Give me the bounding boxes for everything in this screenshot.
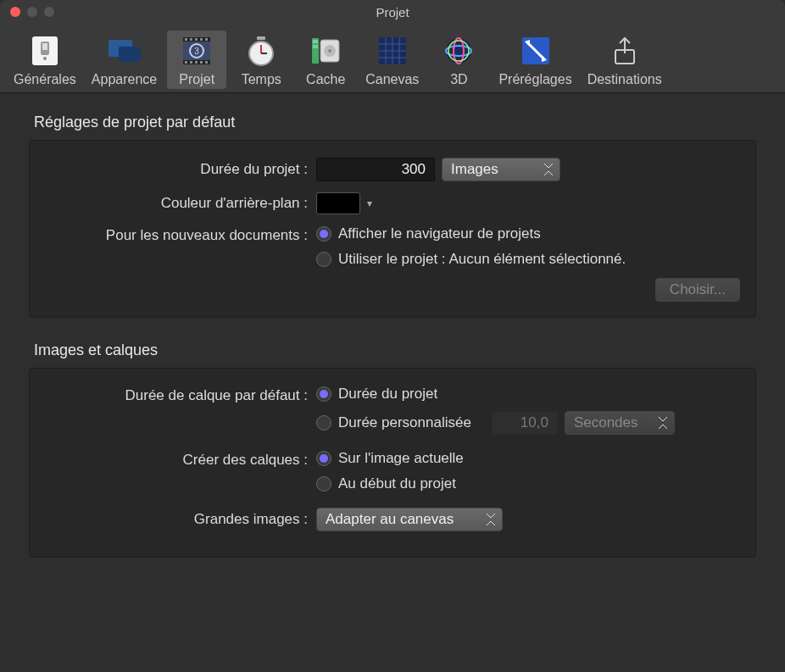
tab-label: Temps xyxy=(242,72,281,87)
label-background-color: Couleur d'arrière-plan : xyxy=(45,195,316,212)
svg-point-30 xyxy=(328,49,331,53)
choose-project-button[interactable]: Choisir... xyxy=(655,278,740,302)
label-new-documents: Pour les nouveaux documents : xyxy=(45,225,316,244)
label-project-duration: Durée du projet : xyxy=(45,161,316,178)
tab-project[interactable]: 3 Projet xyxy=(167,31,226,89)
radio-label-show-browser: Afficher le navigateur de projets xyxy=(338,225,541,242)
svg-rect-26 xyxy=(313,40,318,43)
layer-custom-unit-select[interactable]: Secondes xyxy=(565,411,675,435)
titlebar: Projet xyxy=(0,0,785,24)
tab-label: Apparence xyxy=(92,72,157,87)
radio-use-project[interactable] xyxy=(316,252,331,267)
tab-label: Canevas xyxy=(365,72,419,87)
tab-appearance[interactable]: Apparence xyxy=(86,31,162,89)
preferences-toolbar: Générales Apparence 3 Projet Temps Cache… xyxy=(0,24,785,93)
background-color-swatch[interactable] xyxy=(316,192,360,214)
chevron-down-icon[interactable]: ▾ xyxy=(367,197,372,209)
svg-rect-12 xyxy=(200,38,203,41)
svg-rect-18 xyxy=(205,61,208,64)
svg-rect-2 xyxy=(42,43,47,50)
tab-label: 3D xyxy=(450,72,467,87)
tab-destinations[interactable]: Destinations xyxy=(582,31,667,89)
radio-show-browser[interactable] xyxy=(316,226,331,242)
general-icon xyxy=(26,32,64,69)
radio-label-create-current: Sur l'image actuelle xyxy=(338,450,464,467)
svg-rect-13 xyxy=(205,38,208,41)
radio-create-start[interactable] xyxy=(316,476,331,492)
radio-create-current-frame[interactable] xyxy=(316,451,331,466)
panel-project-defaults: Durée du projet : Images Couleur d'arriè… xyxy=(29,140,756,318)
label-large-images: Grandes images : xyxy=(45,511,316,528)
radio-label-layer-custom: Durée personnalisée xyxy=(338,414,471,431)
tab-time[interactable]: Temps xyxy=(231,31,291,89)
tab-3d[interactable]: 3D xyxy=(429,31,488,89)
tab-canvas[interactable]: Canevas xyxy=(360,31,424,89)
tab-label: Cache xyxy=(306,72,345,87)
cache-icon xyxy=(307,32,344,69)
content-area: Réglages de projet par défaut Durée du p… xyxy=(0,93,785,602)
large-images-select[interactable]: Adapter au canevas xyxy=(316,508,503,531)
tab-general[interactable]: Générales xyxy=(8,31,81,89)
radio-layer-custom-duration[interactable] xyxy=(316,415,331,430)
svg-point-38 xyxy=(446,38,471,64)
svg-rect-15 xyxy=(190,61,192,64)
svg-rect-10 xyxy=(190,38,192,41)
project-icon: 3 xyxy=(178,32,215,69)
presets-icon xyxy=(517,32,554,69)
stopwatch-icon xyxy=(242,32,280,69)
radio-label-use-project: Utiliser le projet : Aucun élément sélec… xyxy=(338,251,626,268)
share-icon xyxy=(606,32,643,69)
project-duration-input[interactable] xyxy=(316,158,435,181)
radio-layer-project-duration[interactable] xyxy=(316,386,331,402)
canvas-icon xyxy=(374,32,411,69)
tab-label: Destinations xyxy=(587,72,662,87)
label-create-layers: Créer des calques : xyxy=(45,450,316,469)
tab-label: Préréglages xyxy=(498,72,571,87)
appearance-icon xyxy=(106,32,143,69)
tab-label: Générales xyxy=(14,72,76,87)
svg-rect-16 xyxy=(195,61,198,64)
svg-text:3: 3 xyxy=(194,47,199,56)
svg-rect-11 xyxy=(195,38,198,41)
svg-rect-27 xyxy=(313,45,318,48)
radio-label-layer-project: Durée du projet xyxy=(338,386,437,403)
project-duration-unit-select[interactable]: Images xyxy=(442,158,560,181)
section-title-defaults: Réglages de projet par défaut xyxy=(34,114,756,131)
svg-rect-9 xyxy=(185,38,187,41)
radio-label-create-start: Au début du projet xyxy=(338,475,456,492)
svg-rect-14 xyxy=(185,61,187,64)
label-layer-duration: Durée de calque par défaut : xyxy=(45,386,316,404)
3d-icon xyxy=(440,32,477,69)
tab-presets[interactable]: Préréglages xyxy=(493,31,576,89)
svg-rect-17 xyxy=(200,61,203,64)
svg-rect-21 xyxy=(257,36,265,40)
window-title: Projet xyxy=(0,5,785,19)
tab-cache[interactable]: Cache xyxy=(296,31,355,89)
tab-label: Projet xyxy=(179,72,214,87)
panel-images-layers: Durée de calque par défaut : Durée du pr… xyxy=(29,368,756,558)
svg-rect-5 xyxy=(119,47,141,62)
svg-point-3 xyxy=(43,57,47,60)
layer-custom-duration-input[interactable] xyxy=(492,411,558,435)
section-title-images-layers: Images et calques xyxy=(34,342,756,359)
